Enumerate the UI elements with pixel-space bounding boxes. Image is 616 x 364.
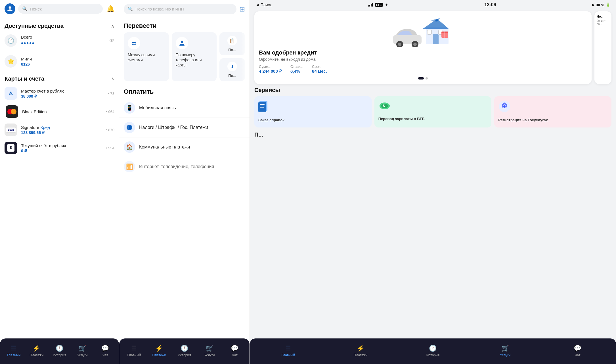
rate-value: 6,4% <box>290 69 303 74</box>
card-black-edition-row[interactable]: Black Edition • 964 <box>0 102 119 121</box>
pay-taxes[interactable]: Налоги / Штрафы / Гос. Платежи <box>119 118 250 137</box>
nav-services-middle[interactable]: 🛒 Услуги <box>201 345 218 357</box>
nav-payments-label-right: Платежи <box>354 353 368 357</box>
amount-value: 4 244 000 ₽ <box>259 69 282 74</box>
rate-label: Ставка: <box>290 64 303 69</box>
card-signature-row[interactable]: VISA Signature Кред 123 899,66 ₽ • 870 <box>0 121 119 139</box>
pay-mobile-label: Мобильная связь <box>139 105 176 110</box>
svg-point-10 <box>398 43 401 46</box>
nav-payments-middle[interactable]: ⚡ Платежи <box>151 345 168 357</box>
service-certs-icon <box>258 100 270 115</box>
status-back[interactable]: ◄ Поиск <box>255 3 272 7</box>
signal-icon <box>368 3 373 7</box>
transfer-between-accounts[interactable]: ⇄ Между своими счетами <box>124 32 169 81</box>
nav-main-middle[interactable]: ☰ Главный <box>125 345 143 357</box>
black-edition-number: • 964 <box>106 110 114 114</box>
back-arrow-icon: ◄ <box>255 3 259 7</box>
status-right-group: 13:06 <box>485 2 496 7</box>
chat-icon-right: 💬 <box>574 345 581 352</box>
nav-chat-middle[interactable]: 💬 Чат <box>226 345 243 357</box>
pay-utilities[interactable]: 🏠 Коммунальные платежи <box>119 137 250 157</box>
chevron-up-icon[interactable]: ∧ <box>111 23 114 29</box>
service-salary-transfer[interactable]: $ Перевод зарплаты в ВТБ <box>374 96 492 127</box>
chevron-up-cards-icon[interactable]: ∧ <box>111 76 114 81</box>
transfer-grid-wrapper: ⇄ Между своими счетами По номеру телефон… <box>119 32 250 84</box>
services-title: Сервисы <box>250 84 616 96</box>
nav-history-right[interactable]: 🕐 История <box>424 345 441 357</box>
nav-chat-label: Чат <box>102 353 108 357</box>
card-master-row[interactable]: Мастер счёт в рублях 38 000 ₽ • 73 <box>0 84 119 102</box>
available-funds-header: Доступные средства ∧ <box>0 18 119 32</box>
transfer-by-phone[interactable]: По номеру телефона или карты <box>172 32 217 81</box>
signature-name: Signature Кред <box>21 125 102 130</box>
avatar[interactable] <box>5 3 15 14</box>
bottom-nav-middle: ☰ Главный ⚡ Платежи 🕐 История 🛒 Услуги 💬… <box>119 338 250 364</box>
nav-services-right[interactable]: 🛒 Услуги <box>497 345 514 357</box>
nav-chat-right[interactable]: 💬 Чат <box>569 345 586 357</box>
credit-banner[interactable]: Вам одобрен кредит Оформите, не выходя и… <box>254 11 592 84</box>
total-balance-row[interactable]: 🕐 Всего ••••• 👁 <box>0 32 119 50</box>
header-left: 🔍 Поиск 🔔 <box>0 0 119 18</box>
pay-internet[interactable]: 📶 Интернет, телевидение, телефония <box>119 157 250 176</box>
total-value: ••••• <box>21 39 105 47</box>
nav-main-left[interactable]: ☰ Главный <box>5 345 22 357</box>
transfer-down-icon: ⬇ <box>227 62 237 71</box>
svg-rect-15 <box>260 104 265 105</box>
p3-main-content: Вам одобрен кредит Оформите, не выходя и… <box>250 9 616 364</box>
pay-mobile[interactable]: 📱 Мобильная связь <box>119 98 250 118</box>
nav-history-middle[interactable]: 🕐 История <box>176 345 193 357</box>
eye-icon[interactable]: 👁 <box>109 38 114 44</box>
service-salary-label: Перевод зарплаты в ВТБ <box>378 117 425 122</box>
clock-nav-icon: 🕐 <box>56 345 63 352</box>
mastercard-icon <box>7 109 16 114</box>
miles-row[interactable]: ⭐ Мили 8126 <box>0 52 119 70</box>
pay-list: 📱 Мобильная связь Налоги / Штрафы / Гос.… <box>119 98 250 176</box>
mobile-icon: 📱 <box>124 102 135 114</box>
car-house-svg <box>392 16 454 47</box>
nav-payments-right[interactable]: ⚡ Платежи <box>352 345 369 357</box>
search-bar-middle[interactable]: 🔍 Поиск по названию и ИНН <box>124 4 236 14</box>
rub-letter-icon: ₽ <box>7 144 14 152</box>
lte-icon: LTE <box>375 3 383 7</box>
chat-icon-left: 💬 <box>101 345 109 352</box>
nav-payments-label: Платежи <box>30 353 44 357</box>
nav-services-left[interactable]: 🛒 Услуги <box>74 345 91 357</box>
signature-card-icon: VISA <box>5 124 17 136</box>
transfer-card-po-1[interactable]: 📋 По... <box>219 32 245 55</box>
search-bar-left[interactable]: 🔍 Поиск <box>18 4 103 14</box>
current-account-amount: 0 ₽ <box>21 148 102 153</box>
service-gosuslugi[interactable]: Регистрация на Госуслугах <box>494 96 611 127</box>
nav-main-label: Главный <box>7 353 20 357</box>
miles-label: Мили <box>21 57 114 61</box>
amount-label: Сумма: <box>259 64 282 69</box>
nav-chat-left[interactable]: 💬 Чат <box>97 345 114 357</box>
nav-payments-left[interactable]: ⚡ Платежи <box>28 345 45 357</box>
signature-number: • 870 <box>106 128 114 132</box>
taxes-icon <box>124 122 135 133</box>
current-account-name: Текущий счёт в рублях <box>21 143 102 148</box>
transfer-card-po-2[interactable]: ⬇ По... <box>219 58 245 81</box>
term-label: Срок: <box>312 64 327 69</box>
service-salary-icon: $ <box>378 100 391 114</box>
status-back-label: Поиск <box>261 3 272 7</box>
nav-history-left[interactable]: 🕐 История <box>51 345 68 357</box>
pay-internet-label: Интернет, телевидение, телефония <box>139 164 214 169</box>
service-order-certs[interactable]: Заказ справок <box>254 96 372 127</box>
cart-icon-middle: 🛒 <box>206 345 213 352</box>
header-middle: 🔍 Поиск по названию и ИНН ⊞ <box>119 0 250 18</box>
miles-value: 8126 <box>21 62 114 66</box>
card-current-row[interactable]: ₽ Текущий счёт в рублях 0 ₽ • 554 <box>0 139 119 157</box>
pay-taxes-label: Налоги / Штрафы / Гос. Платежи <box>139 125 208 130</box>
transfer-po-label-2: По... <box>228 74 236 78</box>
black-edition-card-icon <box>6 105 18 118</box>
nav-history-label: История <box>53 353 66 357</box>
qr-icon[interactable]: ⊞ <box>239 5 245 13</box>
service-certs-label: Заказ справок <box>258 118 284 123</box>
nav-main-right[interactable]: ☰ Главный <box>280 345 297 357</box>
bell-icon[interactable]: 🔔 <box>107 5 114 12</box>
cart-icon-right: 🛒 <box>501 345 509 352</box>
next-banner-label: Но... <box>597 15 609 18</box>
nav-services-label-right: Услуги <box>500 353 510 357</box>
services-grid: Заказ справок $ Перевод зарплаты в ВТБ <box>250 96 616 127</box>
credit-banner-wrapper: Вам одобрен кредит Оформите, не выходя и… <box>250 9 616 84</box>
